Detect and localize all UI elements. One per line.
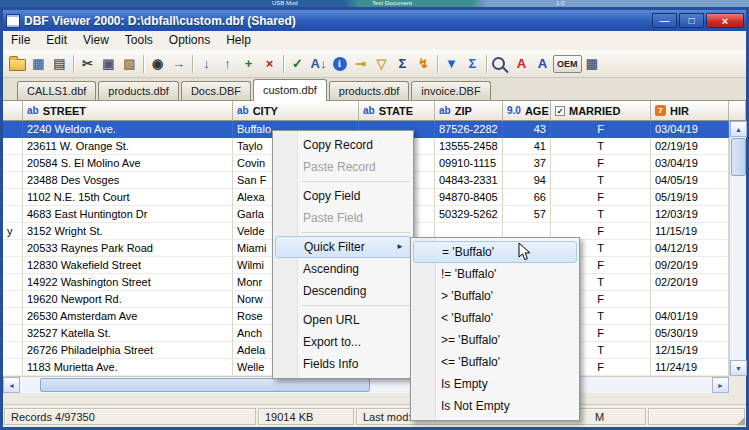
column-label: ZIP (455, 105, 472, 117)
menu-item-quick-filter[interactable]: Quick Filter► (275, 236, 411, 258)
column-header-zip[interactable]: abZIP (435, 101, 503, 121)
sort-icon[interactable]: A↓ (308, 53, 329, 74)
print-icon[interactable]: ▤ (49, 53, 70, 74)
find-icon[interactable]: ◉ (147, 53, 168, 74)
vertical-scroll-thumb[interactable] (731, 138, 746, 176)
column-header-city[interactable]: abCITY (233, 101, 359, 121)
cell-marker (3, 121, 23, 138)
oem-button[interactable]: OEM (553, 55, 582, 73)
scroll-up-icon[interactable]: ▲ (730, 121, 747, 137)
grid-header-row: abSTREETabCITYabSTATEabZIP9.0AGE✓MARRIED… (3, 101, 746, 121)
edit-structure-icon[interactable]: ▦ (28, 53, 49, 74)
codepage-grid-icon[interactable]: ▦ (582, 53, 603, 74)
menubar-item-help[interactable]: Help (218, 31, 259, 50)
key-icon[interactable]: ⊸ (350, 53, 371, 74)
menu-item-label: Copy Record (303, 134, 407, 156)
subtotal-icon[interactable]: Σ (462, 53, 483, 74)
tab-docs-dbf[interactable]: Docs.DBF (181, 81, 251, 100)
column-header-married[interactable]: ✓MARRIED (551, 101, 651, 121)
context-menu: Copy RecordPaste RecordCopy FieldPaste F… (272, 130, 414, 379)
menu-item-label: != 'Buffalo' (441, 263, 573, 285)
menu-item-buffalo[interactable]: = 'Buffalo' (413, 241, 577, 263)
column-header-hired[interactable]: 7HIR (651, 101, 729, 121)
menu-item-descending[interactable]: Descending (273, 280, 413, 302)
menubar-item-options[interactable]: Options (161, 31, 218, 50)
cell-hired: 05/19/19 (651, 189, 729, 206)
menu-item-copy-field[interactable]: Copy Field (273, 185, 413, 207)
scroll-right-icon[interactable]: ► (712, 377, 729, 393)
close-button[interactable]: × (706, 13, 744, 28)
cell-marker (3, 138, 23, 155)
menu-item-is-not-empty[interactable]: Is Not Empty (411, 395, 579, 417)
menu-item-label: Descending (303, 280, 407, 302)
zoom-icon[interactable] (490, 53, 511, 74)
cell-age: 94 (503, 172, 551, 189)
tab-products-dbf[interactable]: products.dbf (329, 81, 410, 100)
cell-hired: 03/04/19 (651, 155, 729, 172)
menu-item-buffalo[interactable]: > 'Buffalo' (411, 285, 579, 307)
menu-item-export-to[interactable]: Export to... (273, 331, 413, 353)
scroll-left-icon[interactable]: ◄ (3, 377, 20, 393)
column-filter-icon[interactable]: ▼ (441, 53, 462, 74)
menu-separator (301, 181, 410, 182)
goto-record-icon[interactable]: → (168, 53, 189, 74)
cell-street: 26726 Philadelphia Street (23, 342, 233, 359)
menu-item-is-empty[interactable]: Is Empty (411, 373, 579, 395)
menu-item-buffalo[interactable]: <= 'Buffalo' (411, 351, 579, 373)
delete-record-icon[interactable]: × (259, 53, 280, 74)
vertical-scrollbar[interactable]: ▲ ▼ (729, 121, 746, 376)
toolbar-separator (437, 55, 438, 73)
tab-products-dbf[interactable]: products.dbf (98, 81, 179, 100)
info-icon[interactable]: i (329, 53, 350, 74)
filter-icon[interactable]: ▽ (371, 53, 392, 74)
menu-item-ascending[interactable]: Ascending (273, 258, 413, 280)
menubar-item-tools[interactable]: Tools (117, 31, 161, 50)
status-records: Records 4/97350 (4, 408, 256, 425)
titlebar[interactable]: DBF Viewer 2000: D:\dbfall\custom.dbf (S… (3, 10, 746, 31)
horizontal-scroll-thumb[interactable] (40, 378, 370, 392)
tab-custom-dbf[interactable]: custom.dbf (253, 79, 327, 101)
menu-item-open-url[interactable]: Open URL (273, 309, 413, 331)
menu-separator (301, 232, 410, 233)
menu-item-label: > 'Buffalo' (441, 285, 573, 307)
menubar-item-file[interactable]: File (3, 31, 38, 50)
scroll-down-icon[interactable]: ▼ (730, 360, 747, 376)
menu-item-copy-record[interactable]: Copy Record (273, 134, 413, 156)
query-icon[interactable]: ↯ (413, 53, 434, 74)
menu-item-fields-info[interactable]: Fields Info (273, 353, 413, 375)
cell-hired: 11/24/19 (651, 359, 729, 376)
menubar-item-view[interactable]: View (75, 31, 117, 50)
column-header-marker[interactable] (3, 101, 23, 121)
column-header-state[interactable]: abSTATE (359, 101, 435, 121)
column-header-street[interactable]: abSTREET (23, 101, 233, 121)
copy-icon[interactable]: ▣ (98, 53, 119, 74)
character-type-icon: ab (363, 105, 375, 116)
minimize-button[interactable]: — (652, 13, 677, 28)
append-record-icon[interactable]: + (238, 53, 259, 74)
cell-hired: 03/04/19 (651, 121, 729, 138)
maximize-button[interactable]: □ (679, 13, 704, 28)
column-label: MARRIED (569, 105, 620, 117)
menu-item-buffalo[interactable]: < 'Buffalo' (411, 307, 579, 329)
import-record-icon[interactable]: ↓ (196, 53, 217, 74)
cut-icon[interactable]: ✂ (77, 53, 98, 74)
menu-item-buffalo[interactable]: >= 'Buffalo' (411, 329, 579, 351)
column-header-age[interactable]: 9.0AGE (503, 101, 551, 121)
menu-item-label: = 'Buffalo' (442, 242, 570, 262)
font-icon[interactable]: A (532, 53, 553, 74)
menubar-item-edit[interactable]: Edit (38, 31, 75, 50)
export-record-icon[interactable]: ↑ (217, 53, 238, 74)
resize-grip-icon[interactable]: ◢ (737, 415, 745, 426)
cell-age: 37 (503, 155, 551, 172)
paste-icon[interactable]: ▧ (119, 53, 140, 74)
open-file-icon[interactable] (7, 53, 28, 74)
sum-icon[interactable]: Σ (392, 53, 413, 74)
tab-calls1-dbf[interactable]: CALLS1.dbf (17, 81, 96, 100)
font-color-icon[interactable]: A (511, 53, 532, 74)
tab-invoice-dbf[interactable]: invoice.DBF (411, 81, 490, 100)
spell-check-icon[interactable]: ✓ (287, 53, 308, 74)
background-window-text: 1:0 (556, 0, 564, 6)
menu-item-buffalo[interactable]: != 'Buffalo' (411, 263, 579, 285)
cell-zip: 94870-8405 (435, 189, 503, 206)
cell-street: 20533 Raynes Park Road (23, 240, 233, 257)
